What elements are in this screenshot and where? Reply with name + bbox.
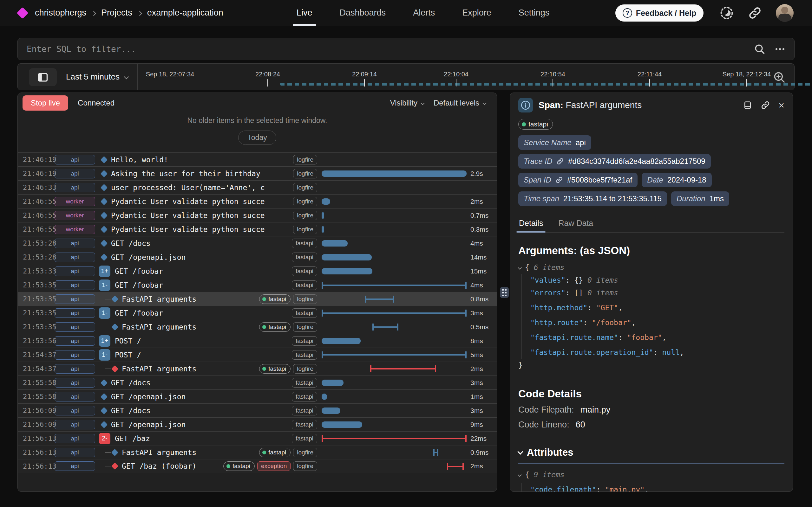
tag-badge-api[interactable]: api xyxy=(55,350,95,360)
tag-badge-worker[interactable]: worker xyxy=(55,211,95,220)
scope-badge-logfire[interactable]: logfire xyxy=(293,169,317,178)
scope-badge-fastapi[interactable]: fastapi xyxy=(292,308,317,318)
expand-toggle[interactable]: 1+ xyxy=(99,266,110,277)
trace-row[interactable]: 21:53:28apiGET /openapi.jsonfastapi14ms xyxy=(18,250,497,264)
detail-tab-details[interactable]: Details xyxy=(518,216,544,232)
trace-row[interactable]: 21:53:35apiFastAPI argumentsfastapilogfi… xyxy=(18,320,497,334)
tab-live[interactable]: Live xyxy=(297,0,312,26)
panel-resize-handle[interactable] xyxy=(500,287,509,298)
scope-badge-logfire[interactable]: logfire xyxy=(293,322,317,332)
tag-badge-api[interactable]: api xyxy=(55,267,95,276)
scope-badge-fastapi[interactable]: fastapi xyxy=(292,420,317,429)
trace-row[interactable]: 21:53:56api1+POST /fastapi8ms xyxy=(18,334,497,348)
trace-row[interactable]: 21:55:58apiGET /openapi.jsonfastapi1ms xyxy=(18,389,497,403)
trace-row[interactable]: 21:53:35apiFastAPI argumentsfastapilogfi… xyxy=(18,292,497,306)
scope-badge-logfire[interactable]: logfire xyxy=(293,211,317,220)
tag-badge-api[interactable]: api xyxy=(55,392,95,401)
scope-badge-fastapi[interactable]: fastapi xyxy=(292,280,317,290)
scope-badge-fastapi[interactable]: fastapi xyxy=(259,364,291,374)
attributes-section-toggle[interactable]: Attributes xyxy=(518,447,784,458)
breadcrumb-project[interactable]: example-application xyxy=(147,8,223,18)
stop-live-button[interactable]: Stop live xyxy=(22,95,68,111)
logfire-logo-icon[interactable] xyxy=(17,7,29,19)
trace-row[interactable]: 21:46:33apiuser processed: User(name='An… xyxy=(18,180,497,194)
expand-toggle[interactable]: 1+ xyxy=(99,335,110,347)
close-icon[interactable]: × xyxy=(778,101,784,110)
expand-toggle[interactable]: 1- xyxy=(99,279,110,291)
scope-badge-fastapi[interactable]: fastapi xyxy=(292,378,317,388)
tag-badge-api[interactable]: api xyxy=(55,378,95,388)
theme-toggle-icon[interactable] xyxy=(720,6,734,20)
tag-badge-api[interactable]: api xyxy=(55,420,95,429)
scope-badge-logfire[interactable]: logfire xyxy=(293,183,317,192)
tag-badge-api[interactable]: api xyxy=(55,448,95,457)
trace-row[interactable]: 21:53:35api1-GET /foobarfastapi4ms xyxy=(18,278,497,292)
trace-row[interactable]: 21:54:37api1-POST /fastapi5ms xyxy=(18,348,497,361)
scope-badge-fastapi[interactable]: fastapi xyxy=(292,267,317,276)
trace-row[interactable]: 21:46:55workerPydantic User validate_pyt… xyxy=(18,194,497,208)
scope-badge-fastapi[interactable]: fastapi xyxy=(292,252,317,262)
tag-badge-api[interactable]: api xyxy=(55,294,95,304)
trace-row[interactable]: 21:56:13apiFastAPI argumentsfastapilogfi… xyxy=(18,445,497,459)
sql-filter-input[interactable] xyxy=(18,44,754,54)
tag-badge-api[interactable]: api xyxy=(55,280,95,290)
collapse-caret-icon[interactable] xyxy=(518,473,522,477)
trace-row[interactable]: 21:56:13apiGET /baz (foobar)fastapiexcep… xyxy=(18,459,497,473)
tag-badge-api[interactable]: api xyxy=(55,406,95,415)
tab-dashboards[interactable]: Dashboards xyxy=(340,0,386,26)
tag-badge-api[interactable]: api xyxy=(55,364,95,374)
copy-link-icon[interactable] xyxy=(761,101,770,110)
tag-badge-api[interactable]: api xyxy=(55,308,95,318)
trace-row[interactable]: 21:53:28apiGET /docsfastapi4ms xyxy=(18,236,497,250)
feedback-help-button[interactable]: ? Feedback / Help xyxy=(615,4,704,21)
search-icon[interactable] xyxy=(754,43,766,55)
tag-badge-api[interactable]: api xyxy=(55,461,95,471)
scope-badge-fastapi[interactable]: fastapi xyxy=(292,392,317,401)
scope-badge-logfire[interactable]: logfire xyxy=(293,155,317,164)
dock-panel-icon[interactable] xyxy=(743,101,752,110)
scope-badge-logfire[interactable]: logfire xyxy=(293,448,317,457)
share-link-icon[interactable] xyxy=(748,6,762,20)
scope-badge-fastapi[interactable]: fastapi xyxy=(292,336,317,346)
tag-badge-worker[interactable]: worker xyxy=(55,197,95,206)
tag-badge-worker[interactable]: worker xyxy=(55,225,95,234)
fastapi-tag-badge[interactable]: fastapi xyxy=(518,119,553,130)
tag-badge-api[interactable]: api xyxy=(55,336,95,346)
tag-badge-api[interactable]: api xyxy=(55,322,95,332)
scope-badge-logfire[interactable]: logfire xyxy=(293,294,317,304)
expand-toggle[interactable]: 2- xyxy=(99,433,110,444)
breadcrumb-projects[interactable]: Projects xyxy=(101,8,132,18)
scope-badge-fastapi[interactable]: fastapi xyxy=(259,448,291,457)
today-button[interactable]: Today xyxy=(238,130,276,145)
breadcrumb-org[interactable]: christophergs xyxy=(35,8,86,18)
trace-row[interactable]: 21:56:09apiGET /docsfastapi3ms xyxy=(18,403,497,417)
tag-badge-api[interactable]: api xyxy=(55,252,95,262)
expand-toggle[interactable]: 1- xyxy=(99,349,110,360)
trace-row[interactable]: 21:46:55workerPydantic User validate_pyt… xyxy=(18,222,497,236)
metadata-chip-span-id[interactable]: Span ID#5008bce5f7fe21af xyxy=(518,173,638,187)
sidebar-toggle-button[interactable] xyxy=(29,68,57,86)
more-options-icon[interactable] xyxy=(774,43,786,55)
metadata-chip-trace-id[interactable]: Trace ID#d834c3374dd6fa2e4aa82a55ab21750… xyxy=(518,154,711,169)
visibility-dropdown[interactable]: Visibility xyxy=(390,99,424,107)
time-range-dropdown[interactable]: Last 5 minutes xyxy=(66,64,128,90)
user-avatar[interactable] xyxy=(776,4,794,22)
detail-tab-raw-data[interactable]: Raw Data xyxy=(558,216,594,232)
trace-row[interactable]: 21:46:19apiHello, world!logfire xyxy=(18,153,497,166)
trace-row[interactable]: 21:53:33api1+GET /foobarfastapi15ms xyxy=(18,264,497,278)
tag-badge-api[interactable]: api xyxy=(55,155,95,164)
scope-badge-fastapi[interactable]: fastapi xyxy=(259,294,291,304)
scope-badge-fastapi[interactable]: fastapi xyxy=(223,461,255,471)
scope-badge-fastapi[interactable]: fastapi xyxy=(259,322,291,332)
default-levels-dropdown[interactable]: Default levels xyxy=(434,99,486,107)
scope-badge-logfire[interactable]: logfire xyxy=(293,364,317,374)
scope-badge-fastapi[interactable]: fastapi xyxy=(292,239,317,248)
scope-badge-fastapi[interactable]: fastapi xyxy=(292,406,317,415)
tab-settings[interactable]: Settings xyxy=(519,0,550,26)
scope-badge-logfire[interactable]: logfire xyxy=(293,461,317,471)
tag-badge-api[interactable]: api xyxy=(55,239,95,248)
trace-row[interactable]: 21:56:09apiGET /openapi.jsonfastapi9ms xyxy=(18,417,497,431)
tab-explore[interactable]: Explore xyxy=(462,0,491,26)
tag-badge-api[interactable]: api xyxy=(55,434,95,443)
tag-badge-api[interactable]: api xyxy=(55,169,95,178)
